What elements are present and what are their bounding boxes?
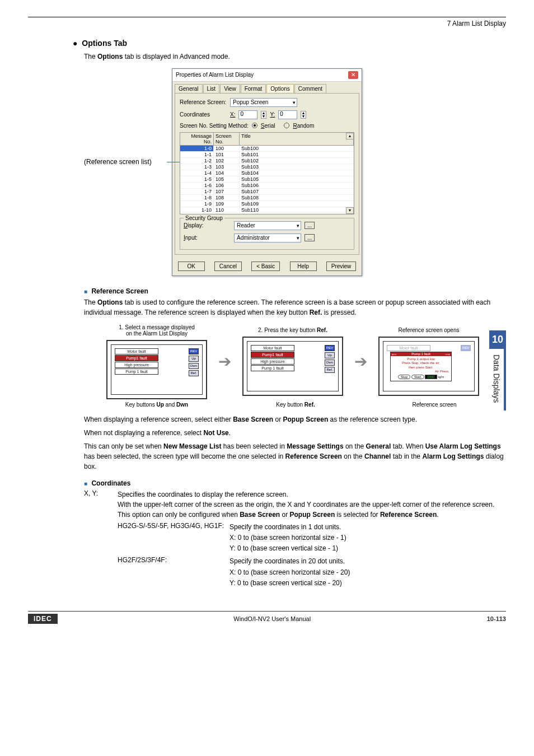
arrow-right-icon: ➔ [218,352,231,371]
footer-center: WindO/I-NV2 User's Manual [233,615,311,622]
page-number: 10-113 [487,615,506,622]
table-row[interactable]: 1-7107Sub107 [180,189,354,195]
cancel-button[interactable]: Cancel [214,262,242,271]
radio-random[interactable] [284,123,289,128]
caption-2: Key button Ref. [245,402,346,408]
table-row[interactable]: 1-8108Sub108 [180,195,354,201]
key-rev: REV [325,345,335,351]
tab-list[interactable]: List [203,84,220,93]
x-label: X: [230,111,235,118]
scroll-down-icon[interactable]: ▾ [346,207,354,214]
coord-desc: Specifies the coordinates to display the… [118,489,506,520]
reference-screen-desc: The Options tab is used to configure the… [84,297,506,318]
start-button: Start [411,375,424,379]
para-ref-type: When displaying a reference screen, sele… [84,414,506,424]
y-input[interactable]: 0 [278,110,297,119]
dialog-title: Properties of Alarm List Display [176,72,254,78]
tab-general[interactable]: General [175,84,203,93]
ok-button[interactable]: OK [178,262,205,271]
key-rev: REV [461,345,471,351]
alarm-item: Motor fault [115,348,158,354]
display-select[interactable]: Reader [234,221,301,230]
properties-dialog: Properties of Alarm List Display ✕ Gener… [172,68,362,276]
para-condition: This can only be set when New Message Li… [84,441,506,472]
reference-screen-heading: ■ Reference Screen [84,287,506,295]
chapter-tab: 10 Data Displays [489,330,506,410]
x-spinner[interactable]: ▴▾ [261,111,266,119]
alarm-item: Motor fault [251,345,294,351]
preview-button[interactable]: Preview [326,262,357,271]
th-screen-no: Screen No. [214,133,240,145]
reference-screen-label: Reference Screen: [180,99,227,105]
chapter-number: 10 [489,330,506,349]
xy-label: X, Y: [84,489,118,520]
table-row[interactable]: 1-9109Sub109 [180,201,354,207]
alarm-item-selected: Pump1 fault [251,352,294,358]
bullet-icon: ● [73,39,77,48]
page-header-crumb: 7 Alarm List Display [28,20,506,27]
radio-serial-label: Serial [261,123,275,129]
value-display: 0000 [425,375,437,379]
reference-screen-list-label: (Reference screen list) [84,158,152,166]
basic-button[interactable]: < Basic [251,262,280,271]
step2-label: 2. Press the key button Ref. [242,327,343,333]
screen-list-table: ▴ Message No. Screen No. Title 1-0100Sub… [180,132,354,214]
tab-view[interactable]: View [220,84,240,93]
reference-popup: ⟸Pump 1 fault⟹ Pump 1 output low Press S… [390,352,452,381]
tab-options[interactable]: Options [266,84,293,93]
arrow-right-icon: ➔ [354,352,367,371]
alarm-item: Pump 1 fault [251,365,294,371]
tab-format[interactable]: Format [241,84,266,93]
dialog-tabs: General List View Format Options Comment [172,82,362,93]
input-select[interactable]: Administrator [234,234,301,242]
y-spinner[interactable]: ▴▾ [301,111,306,119]
table-row[interactable]: 1-10110Sub110 [180,207,354,213]
square-bullet-icon: ■ [84,480,87,487]
x-input[interactable]: 0 [238,110,257,119]
radio-random-label: Random [293,123,314,129]
caption-1: Key buttons Up and Dwn [106,402,207,408]
device-step3: Motor fault REV ⟸Pump 1 fault⟹ Pump 1 ou… [383,341,475,391]
tab-comment[interactable]: Comment [294,84,326,93]
key-ref: Ref. [189,370,199,376]
table-row[interactable]: 1-2102Sub102 [180,158,354,164]
table-row[interactable]: 1-11111Sub111 [180,213,354,214]
key-dwn: Dwn [189,363,199,369]
logo: IDEC [28,614,58,624]
scroll-up-icon[interactable]: ▴ [346,133,354,139]
step3-label: Reference screen opens [378,327,479,333]
key-up: Up [189,356,199,362]
th-title: Title [240,133,354,145]
coordinates-label: Coordinates [180,111,227,118]
close-icon[interactable]: ✕ [348,71,358,79]
input-ellipsis-button[interactable]: ... [305,234,315,241]
table-row[interactable]: 1-6106Sub106 [180,183,354,189]
diagram-row: 1. Select a message displayed on the Ala… [106,324,506,399]
square-bullet-icon: ■ [84,288,87,295]
key-up: Up [325,352,335,358]
key-dwn: Dwn [325,360,335,366]
display-ellipsis-button[interactable]: ... [305,222,315,229]
reference-screen-select[interactable]: Popup Screen [230,98,297,107]
caption-3: Reference screen [384,402,485,408]
model-2-desc: Specify the coordinates in 20 dot units.… [229,556,350,589]
table-row[interactable]: 1-1101Sub101 [180,152,354,158]
device-step2: Motor fault Pump1 fault High pressure Pu… [247,341,339,391]
radio-serial[interactable] [252,123,257,128]
alarm-item: Motor fault [387,345,430,351]
table-row[interactable]: 1-0100Sub100 [180,146,354,152]
section-intro: The Options tab is displayed in Advanced… [84,52,506,62]
security-group-legend: Security Group [184,215,224,221]
table-row[interactable]: 1-3103Sub103 [180,164,354,170]
model-1: HG2G-S/-5S/-5F, HG3G/4G, HG1F: [118,522,229,554]
chapter-title: Data Displays [489,349,504,410]
th-message-no: Message No. [180,133,214,145]
alarm-item: High pressure [251,358,294,365]
input-label: Input: [184,235,231,241]
setting-method-label: Screen No. Setting Method: [180,123,249,129]
alarm-item: High pressure [115,362,158,368]
table-row[interactable]: 1-5105Sub105 [180,176,354,183]
model-1-desc: Specify the coordinates in 1 dot units. … [229,522,346,554]
table-row[interactable]: 1-4104Sub104 [180,170,354,176]
help-button[interactable]: Help [290,262,317,271]
